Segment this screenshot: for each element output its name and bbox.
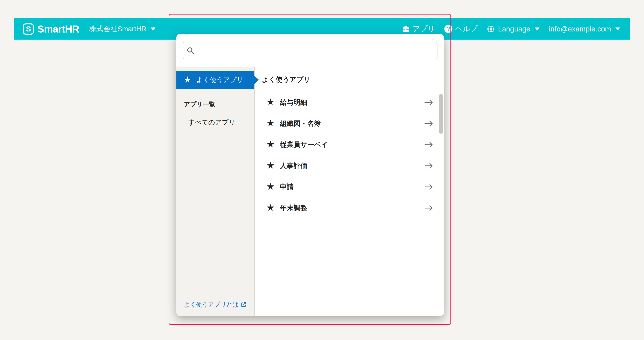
arrow-right-icon xyxy=(424,204,433,212)
header-nav: アプリ ? ヘルプ Language info@example.com xyxy=(402,24,620,34)
app-list: ★ 給与明細 ★ 組織図・名簿 ★ 従業員サーベイ xyxy=(262,92,433,218)
app-row-org-chart[interactable]: ★ 組織図・名簿 xyxy=(262,113,433,134)
app-row-year-end-adjustment[interactable]: ★ 年末調整 xyxy=(262,198,433,218)
help-question-icon: ? xyxy=(444,25,452,33)
app-row-application[interactable]: ★ 申請 xyxy=(262,176,433,198)
scrollbar-thumb[interactable] xyxy=(439,94,443,134)
star-icon: ★ xyxy=(184,76,191,84)
chevron-down-icon xyxy=(535,28,540,30)
star-icon: ★ xyxy=(266,118,275,128)
star-icon: ★ xyxy=(266,140,275,149)
nav-help-button[interactable]: ? ヘルプ xyxy=(444,24,478,34)
nav-apps-label: アプリ xyxy=(413,24,435,34)
arrow-right-icon xyxy=(424,162,433,170)
smarthr-logo-text: SmartHR xyxy=(38,23,79,35)
app-label: 給与明細 xyxy=(280,98,307,107)
search-section xyxy=(176,34,444,67)
account-menu-dropdown[interactable]: info@example.com xyxy=(549,25,620,33)
favorite-apps-heading: よく使うアプリ xyxy=(262,76,433,83)
arrow-right-icon xyxy=(424,183,433,191)
sidebar-section-title: アプリ一覧 xyxy=(184,100,254,109)
app-row-hr-evaluation[interactable]: ★ 人事評価 xyxy=(262,155,433,176)
smarthr-s-icon: S xyxy=(23,23,34,35)
external-link-icon xyxy=(240,302,246,308)
company-name: 株式会社SmartHR xyxy=(89,24,146,34)
star-icon: ★ xyxy=(266,203,275,212)
nav-apps-button[interactable]: アプリ xyxy=(402,24,435,34)
app-label: 組織図・名簿 xyxy=(280,119,321,128)
sidebar-footer: よく使うアプリとは xyxy=(184,301,254,308)
chevron-down-icon xyxy=(616,28,620,30)
selected-pointer-icon xyxy=(254,76,259,84)
app-label: 年末調整 xyxy=(280,204,307,213)
launcher-main: よく使うアプリ ★ 給与明細 ★ 組織図・名簿 ★ xyxy=(255,67,444,316)
sidebar-item-favorite-apps[interactable]: ★ よく使うアプリ xyxy=(176,71,254,89)
launcher-sidebar: ★ よく使うアプリ アプリ一覧 すべてのアプリ よく使うアプリとは xyxy=(176,67,255,316)
app-label: 従業員サーベイ xyxy=(280,140,328,149)
star-icon: ★ xyxy=(266,161,275,170)
app-search-input[interactable] xyxy=(183,42,438,60)
company-dropdown[interactable]: 株式会社SmartHR xyxy=(89,24,156,34)
sidebar-item-all-apps[interactable]: すべてのアプリ xyxy=(188,118,254,127)
arrow-right-icon xyxy=(424,120,433,127)
nav-language-label: Language xyxy=(498,25,530,33)
smarthr-logo[interactable]: S SmartHR xyxy=(23,23,79,35)
globe-icon xyxy=(487,25,495,33)
search-box xyxy=(183,42,438,60)
favorite-apps-help-link-label: よく使うアプリとは xyxy=(184,301,238,308)
app-row-payslip[interactable]: ★ 給与明細 xyxy=(262,92,433,113)
app-launcher-panel: ★ よく使うアプリ アプリ一覧 すべてのアプリ よく使うアプリとは xyxy=(176,34,444,316)
nav-help-label: ヘルプ xyxy=(455,24,478,34)
star-icon: ★ xyxy=(266,182,275,191)
favorite-apps-help-link[interactable]: よく使うアプリとは xyxy=(184,301,246,308)
sidebar-spacer xyxy=(176,127,254,301)
app-label: 申請 xyxy=(280,182,294,192)
nav-language-dropdown[interactable]: Language xyxy=(487,25,540,33)
account-email: info@example.com xyxy=(549,25,611,33)
sidebar-divider xyxy=(180,92,250,92)
app-row-employee-survey[interactable]: ★ 従業員サーベイ xyxy=(262,134,433,155)
chevron-down-icon xyxy=(151,28,156,30)
launcher-content: ★ よく使うアプリ アプリ一覧 すべてのアプリ よく使うアプリとは xyxy=(176,67,444,316)
arrow-right-icon xyxy=(424,99,433,106)
sidebar-item-label: よく使うアプリ xyxy=(196,76,243,84)
arrow-right-icon xyxy=(424,141,433,148)
app-label: 人事評価 xyxy=(280,161,307,170)
briefcase-icon xyxy=(402,25,410,33)
star-icon: ★ xyxy=(266,98,275,107)
